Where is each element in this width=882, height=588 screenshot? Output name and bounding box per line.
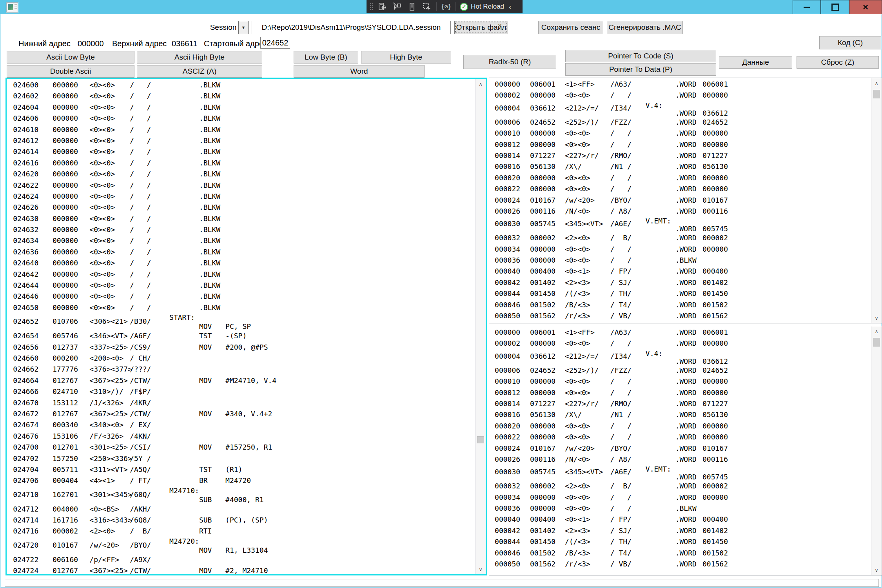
asciz-button[interactable]: ASCIZ (A): [137, 65, 262, 78]
scroll-down-icon[interactable]: ∨: [871, 565, 882, 575]
listing-row[interactable]: 000050001562/r/<3>/ VB/.WORD001562: [489, 559, 871, 570]
listing-row[interactable]: 024612000000<0><0>/ /.BLKW: [7, 135, 475, 146]
listing-row[interactable]: 024720010167/w/<20>/BYO/M24720:MOVR1, L3…: [7, 537, 475, 554]
listing-row[interactable]: 000020000000<0><0>/ /.WORD000000: [489, 421, 871, 432]
vertical-scrollbar[interactable]: ∧ ∨: [871, 78, 882, 323]
listing-row[interactable]: 024632000000<0><0>/ /.BLKW: [7, 224, 475, 235]
disassembly-pane-main[interactable]: 024600000000<0><0>/ /.BLKW024602000000<0…: [5, 78, 487, 575]
vector-table-pane-bottom[interactable]: 000000006001<1><FF>/A63/.WORD00600100000…: [489, 326, 882, 575]
minimize-button[interactable]: [793, 0, 821, 14]
pointer-to-data-button[interactable]: Pointer To Data (P): [565, 63, 716, 76]
xaml-hot-reload-disabled-icon[interactable]: {⊘}: [441, 2, 452, 11]
scroll-down-icon[interactable]: ∨: [475, 564, 486, 574]
listing-row[interactable]: 024704005711<311><VT>/A5Q/TST(R1): [7, 464, 475, 475]
listing-row[interactable]: 000044001450/(/<3>/ TH/.WORD001450: [489, 536, 871, 547]
scrollbar-thumb[interactable]: [873, 338, 880, 347]
scroll-down-icon[interactable]: ∨: [871, 313, 882, 323]
listing-row[interactable]: 000040000400<0><1>/ FP/.WORD000400: [489, 514, 871, 525]
listing-row[interactable]: 000026000116/N/<0>/ A8/.WORD000116: [489, 206, 871, 217]
listing-row[interactable]: 000000006001<1><FF>/A63/.WORD006001: [489, 79, 871, 90]
listing-row[interactable]: 000022000000<0><0>/ /.WORD000000: [489, 183, 871, 194]
listing-row[interactable]: 000042001402<2><3>/ SJ/.WORD001402: [489, 525, 871, 536]
listing-row[interactable]: 000006024652<252>/)//FZZ/.WORD024652: [489, 365, 871, 376]
scroll-up-icon[interactable]: ∧: [871, 78, 882, 88]
listing-row[interactable]: 000012000000<0><0>/ /.WORD000000: [489, 139, 871, 150]
save-session-button[interactable]: Сохранить сеанс: [538, 21, 603, 34]
listing-row[interactable]: 024712004000<0><BS>/AKH/: [7, 504, 475, 515]
listing-row[interactable]: 024636000000<0><0>/ /.BLKW: [7, 247, 475, 258]
listing-row[interactable]: 024666024710<310>/)//F$P/: [7, 386, 475, 397]
vertical-scrollbar[interactable]: ∧ ∨: [475, 79, 486, 574]
listing-row[interactable]: 000016056130/X\//N1 /.WORD056130: [489, 161, 871, 172]
listing-row[interactable]: 000036000000<0><0>/ /.BLKW: [489, 503, 871, 514]
listing-row[interactable]: 000040000400<0><1>/ FP/.WORD000400: [489, 266, 871, 277]
scroll-up-icon[interactable]: ∧: [871, 326, 882, 336]
listing-row[interactable]: 000010000000<0><0>/ /.WORD000000: [489, 128, 871, 139]
generate-mac-button[interactable]: Сгенерировать .MAC: [607, 21, 683, 34]
listing-row[interactable]: 000024010167/w/<20>/BYO/.WORD010167: [489, 195, 871, 206]
listing-row[interactable]: 024646000000<0><0>/ /.BLKW: [7, 291, 475, 302]
maximize-button[interactable]: [821, 0, 849, 14]
pointer-to-code-button[interactable]: Pointer To Code (S): [565, 50, 716, 62]
listing-row[interactable]: 000046001502/B/<3>/ T4/.WORD001502: [489, 299, 871, 310]
listing-row[interactable]: 024640000000<0><0>/ /.BLKW: [7, 258, 475, 269]
listing-row[interactable]: 024660000200<200><0>/ CH/: [7, 353, 475, 364]
listing-row[interactable]: 000026000116/N/<0>/ A8/.WORD000116: [489, 454, 871, 465]
ascii-high-byte-button[interactable]: Ascii High Byte: [137, 51, 262, 64]
listing-row[interactable]: 024602000000<0><0>/ /.BLKW: [7, 91, 475, 102]
vector-table-listing[interactable]: 000000006001<1><FF>/A63/.WORD00600100000…: [489, 327, 871, 575]
listing-row[interactable]: 024616000000<0><0>/ /.BLKW: [7, 158, 475, 169]
listing-row[interactable]: 024700012701<301><25>/CSI/MOV#157250, R1: [7, 442, 475, 453]
device-frame-icon[interactable]: [407, 2, 417, 11]
listing-row[interactable]: 024600000000<0><0>/ /.BLKW: [7, 80, 475, 91]
collapse-toolbar-chevron-icon[interactable]: ‹: [509, 2, 512, 11]
select-element-running-app-icon[interactable]: [421, 2, 432, 11]
listing-row[interactable]: 024620000000<0><0>/ /.BLKW: [7, 169, 475, 180]
listing-row[interactable]: 024644000000<0><0>/ /.BLKW: [7, 280, 475, 291]
listing-row[interactable]: 000014071227<227>/r//RMO/.WORD071227: [489, 150, 871, 161]
listing-row[interactable]: 000046001502/B/<3>/ T4/.WORD001502: [489, 548, 871, 559]
ascii-low-byte-button[interactable]: Ascii Low Byte: [7, 51, 134, 64]
reset-button[interactable]: Сброс (Z): [797, 56, 879, 69]
vertical-scrollbar[interactable]: ∧ ∨: [871, 326, 882, 575]
session-file-path-input[interactable]: [252, 21, 451, 34]
listing-row[interactable]: 024610000000<0><0>/ /.BLKW: [7, 124, 475, 135]
listing-row[interactable]: 024710162701<301><345>/60Q/M24710:SUB#40…: [7, 486, 475, 504]
listing-row[interactable]: 024674000340<340><0>/ EX/: [7, 419, 475, 430]
listing-row[interactable]: 000004036612<212>/=//I34/V.4:.WORD036612: [489, 349, 871, 365]
listing-row[interactable]: 000020000000<0><0>/ /.WORD000000: [489, 172, 871, 183]
listing-row[interactable]: 024676153106/F/<326>/4KN/: [7, 431, 475, 442]
listing-row[interactable]: 000036000000<0><0>/ /.BLKW: [489, 255, 871, 266]
listing-row[interactable]: 000042001402<2><3>/ SJ/.WORD001402: [489, 277, 871, 288]
listing-row[interactable]: 024706000404<4><1>/ FT/BRM24720: [7, 475, 475, 486]
listing-row[interactable]: 000000006001<1><FF>/A63/.WORD006001: [489, 327, 871, 338]
listing-row[interactable]: 000006024652<252>/)//FZZ/.WORD024652: [489, 117, 871, 128]
listing-row[interactable]: 024714161716<316><343>/6Q8/SUB(PC), (SP): [7, 515, 475, 526]
listing-row[interactable]: 024622000000<0><0>/ /.BLKW: [7, 180, 475, 191]
listing-row[interactable]: 000022000000<0><0>/ /.WORD000000: [489, 432, 871, 443]
listing-row[interactable]: 024702157250<250><336>/5Y /: [7, 453, 475, 464]
listing-row[interactable]: 024664012767<367><25>/CTW/MOV#M24710, V.…: [7, 375, 475, 386]
listing-row[interactable]: 024630000000<0><0>/ /.BLKW: [7, 213, 475, 224]
listing-row[interactable]: 000010000000<0><0>/ /.WORD000000: [489, 376, 871, 387]
listing-row[interactable]: 024614000000<0><0>/ /.BLKW: [7, 146, 475, 157]
listing-row[interactable]: 024716000002<2><0>/ B/RTI: [7, 526, 475, 537]
listing-row[interactable]: 000034000000<0><0>/ /.WORD000000: [489, 492, 871, 503]
listing-row[interactable]: 024724012767<367><25>/CTW/MOV#2, M24710: [7, 565, 475, 574]
listing-row[interactable]: 024634000000<0><0>/ /.BLKW: [7, 235, 475, 246]
listing-row[interactable]: 024722006160/p/<FF>/A9X/: [7, 554, 475, 565]
scrollbar-thumb[interactable]: [477, 436, 484, 443]
listing-row[interactable]: 000004036612<212>/=//I34/V.4:.WORD036612: [489, 101, 871, 117]
listing-row[interactable]: 024670153112/J/<326>/4KR/: [7, 397, 475, 408]
start-address-input[interactable]: [260, 37, 290, 49]
listing-row[interactable]: 000034000000<0><0>/ /.WORD000000: [489, 244, 871, 255]
listing-row[interactable]: 000032000002<2><0>/ B/.WORD000002: [489, 232, 871, 243]
vector-table-pane-top[interactable]: 000000006001<1><FF>/A63/.WORD00600100000…: [489, 78, 882, 323]
listing-row[interactable]: 024656012737<337><25>/CS9/MOV#200, @#PS: [7, 342, 475, 353]
combobox-dropdown-icon[interactable]: ▼: [238, 21, 248, 34]
close-button[interactable]: ✕: [849, 0, 882, 14]
listing-row[interactable]: 024606000000<0><0>/ /.BLKW: [7, 113, 475, 124]
double-ascii-button[interactable]: Double Ascii: [7, 65, 134, 78]
select-element-icon[interactable]: [392, 2, 403, 11]
listing-row[interactable]: 024662177776<376><377>/???/: [7, 364, 475, 375]
